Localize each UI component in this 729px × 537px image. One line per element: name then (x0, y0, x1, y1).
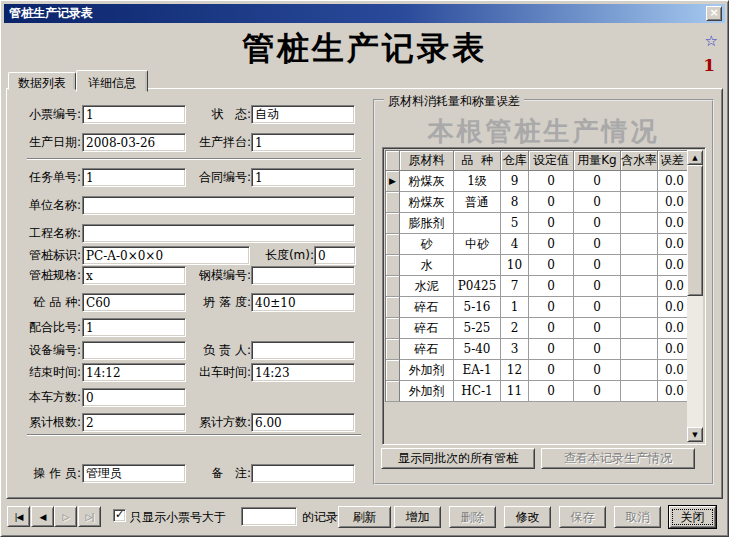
nav-last-button[interactable]: ▷| (78, 506, 101, 527)
prod-date-field[interactable] (82, 133, 186, 152)
table-cell[interactable]: 普通 (454, 192, 501, 213)
row-selector-cell[interactable] (386, 318, 400, 339)
table-cell[interactable] (621, 297, 658, 318)
table-cell[interactable] (621, 276, 658, 297)
table-cell[interactable]: 碎石 (400, 318, 454, 339)
table-cell[interactable]: 3 (501, 339, 529, 360)
contract-no-field[interactable] (251, 168, 355, 187)
scroll-up-icon[interactable]: ▲ (687, 150, 703, 165)
table-row[interactable]: ▶粉煤灰1级9000.0 (386, 171, 688, 192)
status-field[interactable] (251, 105, 355, 124)
table-cell[interactable] (621, 234, 658, 255)
table-cell[interactable]: 0 (529, 171, 574, 192)
modify-button[interactable]: 修改 (504, 506, 551, 528)
task-no-field[interactable] (82, 168, 186, 187)
table-cell[interactable]: 12 (501, 360, 529, 381)
table-cell[interactable]: 0.0 (658, 255, 688, 276)
table-cell[interactable]: 5-40 (454, 339, 501, 360)
table-cell[interactable]: 0.0 (658, 192, 688, 213)
table-cell[interactable]: 0 (574, 381, 621, 402)
row-selector-cell[interactable] (386, 381, 400, 402)
depart-time-field[interactable] (251, 363, 355, 382)
slump-field[interactable] (251, 293, 355, 312)
project-name-field[interactable] (82, 224, 355, 243)
nav-first-button[interactable]: |◀ (7, 506, 30, 527)
equipment-no-field[interactable] (82, 341, 186, 360)
table-cell[interactable]: 0 (529, 339, 574, 360)
table-cell[interactable]: 外加剂 (400, 381, 454, 402)
length-field[interactable] (314, 246, 356, 265)
table-cell[interactable]: 碎石 (400, 297, 454, 318)
total-volume-field[interactable] (251, 413, 355, 432)
nav-next-button[interactable]: ▷ (54, 506, 77, 527)
table-row[interactable]: 外加剂HC-111000.0 (386, 381, 688, 402)
table-cell[interactable]: 0 (529, 213, 574, 234)
table-cell[interactable] (621, 171, 658, 192)
table-cell[interactable]: 0 (574, 255, 621, 276)
table-cell[interactable]: 0.0 (658, 171, 688, 192)
remark-field[interactable] (251, 464, 355, 483)
mix-station-field[interactable] (251, 133, 355, 152)
row-selector-cell[interactable] (386, 213, 400, 234)
table-cell[interactable]: 0.0 (658, 381, 688, 402)
table-row[interactable]: 碎石5-161000.0 (386, 297, 688, 318)
close-icon[interactable]: × (706, 6, 722, 21)
row-selector-cell[interactable] (386, 255, 400, 276)
table-cell[interactable]: 0 (529, 318, 574, 339)
table-cell[interactable]: 9 (501, 171, 529, 192)
table-cell[interactable]: 膨胀剂 (400, 213, 454, 234)
row-selector-cell[interactable] (386, 276, 400, 297)
table-cell[interactable] (621, 255, 658, 276)
table-cell[interactable]: 0 (574, 297, 621, 318)
operator-field[interactable] (82, 464, 186, 483)
mix-ratio-no-field[interactable] (82, 318, 186, 337)
table-row[interactable]: 膨胀剂5000.0 (386, 213, 688, 234)
table-cell[interactable]: 7 (501, 276, 529, 297)
table-cell[interactable]: 碎石 (400, 339, 454, 360)
row-selector-cell[interactable] (386, 234, 400, 255)
table-row[interactable]: 水10000.0 (386, 255, 688, 276)
scroll-down-icon[interactable]: ▼ (687, 427, 703, 442)
cancel-button[interactable]: 取消 (614, 506, 661, 528)
table-cell[interactable] (454, 213, 501, 234)
table-cell[interactable] (621, 192, 658, 213)
table-cell[interactable]: 0 (574, 339, 621, 360)
table-cell[interactable]: 0.0 (658, 360, 688, 381)
table-cell[interactable]: 粉煤灰 (400, 192, 454, 213)
table-row[interactable]: 外加剂EA-112000.0 (386, 360, 688, 381)
row-selector-cell[interactable] (386, 339, 400, 360)
table-cell[interactable]: 0 (574, 213, 621, 234)
table-cell[interactable]: 0 (529, 192, 574, 213)
table-cell[interactable]: 10 (501, 255, 529, 276)
table-cell[interactable]: 0 (574, 318, 621, 339)
table-cell[interactable]: 0.0 (658, 339, 688, 360)
table-cell[interactable]: 2 (501, 318, 529, 339)
table-cell[interactable]: 0 (574, 234, 621, 255)
table-cell[interactable]: 水泥 (400, 276, 454, 297)
show-batch-button[interactable]: 显示同批次的所有管桩 (381, 448, 535, 469)
close-button[interactable]: 关闭 (669, 506, 716, 528)
table-cell[interactable]: 0 (529, 360, 574, 381)
titlebar[interactable]: 管桩生产记录表 × (4, 4, 725, 23)
row-selector-cell[interactable] (386, 360, 400, 381)
scrollbar-thumb[interactable] (687, 165, 703, 296)
table-cell[interactable]: 1级 (454, 171, 501, 192)
table-cell[interactable]: 0 (574, 360, 621, 381)
table-row[interactable]: 碎石5-403000.0 (386, 339, 688, 360)
table-cell[interactable]: 0 (574, 276, 621, 297)
table-cell[interactable]: 5-25 (454, 318, 501, 339)
pile-id-field[interactable] (82, 246, 250, 265)
table-cell[interactable] (621, 213, 658, 234)
table-cell[interactable]: 0 (574, 192, 621, 213)
table-cell[interactable]: 1 (501, 297, 529, 318)
table-cell[interactable] (621, 318, 658, 339)
unit-name-field[interactable] (82, 196, 355, 215)
delete-button[interactable]: 删除 (449, 506, 496, 528)
table-cell[interactable] (621, 339, 658, 360)
total-count-field[interactable] (82, 413, 186, 432)
refresh-button[interactable]: 刷新 (338, 506, 391, 528)
end-time-field[interactable] (82, 363, 186, 382)
concrete-type-field[interactable] (82, 293, 186, 312)
table-cell[interactable]: 4 (501, 234, 529, 255)
table-cell[interactable]: 0.0 (658, 297, 688, 318)
